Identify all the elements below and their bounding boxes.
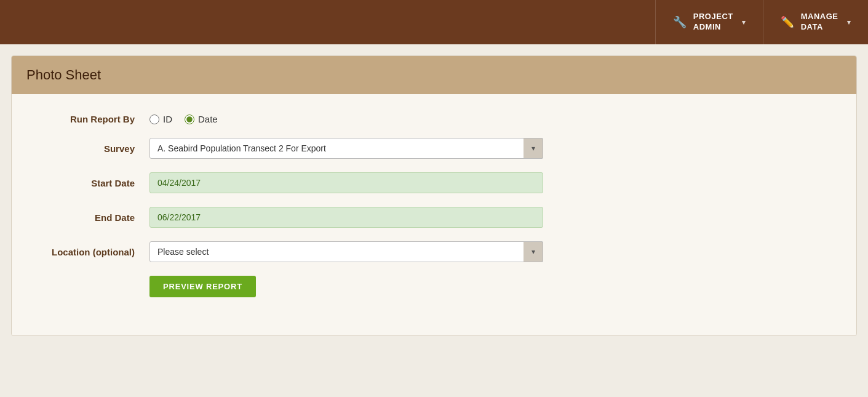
page-title: Photo Sheet (26, 67, 842, 83)
start-date-label: Start Date (26, 178, 149, 188)
end-date-label: End Date (26, 212, 149, 223)
preview-report-button[interactable]: PREVIEW REPORT (149, 276, 256, 297)
survey-select[interactable]: A. Seabird Population Transect 2 For Exp… (149, 138, 543, 159)
radio-group-wrap: ID Date (149, 114, 543, 124)
start-date-control-wrap (149, 172, 543, 193)
run-report-by-label: Run Report By (26, 114, 149, 124)
radio-id-label: ID (163, 114, 172, 124)
radio-date[interactable] (185, 114, 194, 124)
card-body: Run Report By ID Date (12, 94, 856, 335)
project-admin-label-line1: PROJECT (693, 12, 733, 22)
location-row: Location (optional) Please select ▾ (26, 241, 842, 262)
project-admin-chevron-icon: ▾ (742, 18, 746, 26)
start-date-input[interactable] (149, 172, 543, 193)
pencil-icon: ✏️ (781, 15, 795, 29)
button-row: PREVIEW REPORT (26, 276, 842, 297)
manage-data-chevron-icon: ▾ (847, 18, 851, 26)
manage-data-label-line1: MANAGE (801, 12, 838, 22)
run-report-by-row: Run Report By ID Date (26, 114, 842, 124)
survey-select-wrapper: A. Seabird Population Transect 2 For Exp… (149, 138, 543, 159)
radio-date-label: Date (198, 114, 218, 124)
location-select[interactable]: Please select (149, 241, 543, 262)
project-admin-nav[interactable]: 🔧 PROJECT ADMIN ▾ (655, 0, 763, 44)
radio-group: ID Date (149, 114, 543, 124)
location-label: Location (optional) (26, 247, 149, 257)
card-header: Photo Sheet (12, 56, 856, 94)
survey-label: Survey (26, 143, 149, 154)
location-control-wrap: Please select ▾ (149, 241, 543, 262)
survey-control-wrap: A. Seabird Population Transect 2 For Exp… (149, 138, 543, 159)
survey-row: Survey A. Seabird Population Transect 2 … (26, 138, 842, 159)
end-date-input[interactable] (149, 207, 543, 228)
wrench-icon: 🔧 (673, 15, 687, 29)
manage-data-label-line2: DATA (801, 22, 838, 33)
card: Photo Sheet Run Report By ID Date (11, 55, 857, 336)
manage-data-nav[interactable]: ✏️ MANAGE DATA ▾ (763, 0, 868, 44)
location-select-wrapper: Please select ▾ (149, 241, 543, 262)
radio-id[interactable] (149, 114, 159, 124)
radio-option-date[interactable]: Date (185, 114, 218, 124)
radio-option-id[interactable]: ID (149, 114, 172, 124)
page-container: Photo Sheet Run Report By ID Date (11, 55, 857, 336)
project-admin-label-line2: ADMIN (693, 22, 733, 33)
button-wrap: PREVIEW REPORT (149, 276, 543, 297)
end-date-row: End Date (26, 207, 842, 228)
navbar: 🔧 PROJECT ADMIN ▾ ✏️ MANAGE DATA ▾ (0, 0, 868, 44)
start-date-row: Start Date (26, 172, 842, 193)
end-date-control-wrap (149, 207, 543, 228)
